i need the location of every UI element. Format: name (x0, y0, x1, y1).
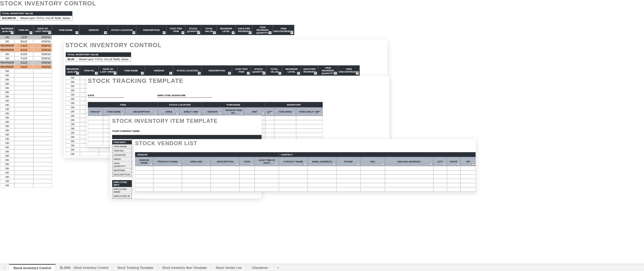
filter-dropdown-icon[interactable] (275, 162, 278, 165)
column-header[interactable]: REORDER (auto-fill) (0, 25, 15, 35)
column-header[interactable]: DATE OF LAST ORDER (99, 65, 117, 76)
column-header[interactable]: COST PER ITEM (232, 65, 251, 76)
filter-dropdown-icon[interactable] (292, 112, 295, 115)
sheet-tab[interactable]: Stock Inventory Control (9, 264, 56, 271)
column-header[interactable]: ITEM DISCONTINUED? (272, 25, 294, 35)
column-header[interactable]: ITEM NAME (52, 25, 79, 35)
column-subheader[interactable]: VENDOR (202, 107, 223, 116)
column-subheader[interactable]: STATE (447, 157, 461, 166)
filter-dropdown-icon[interactable] (263, 72, 266, 75)
column-header[interactable]: STOCK LOCATION (173, 65, 202, 76)
date-input-line[interactable] (88, 97, 124, 98)
column-subheader[interactable]: PHONE (336, 157, 361, 166)
filter-dropdown-icon[interactable] (429, 162, 432, 165)
filter-dropdown-icon[interactable] (219, 112, 222, 115)
column-subheader[interactable]: ITEM AREA (274, 107, 296, 116)
filter-dropdown-icon[interactable] (29, 31, 32, 34)
column-subheader[interactable]: ITEM SHELF / BIN (296, 107, 323, 116)
column-header[interactable]: ITEM REORDER QUANTITY (253, 25, 272, 35)
column-subheader[interactable]: CONTACT NAME (279, 157, 308, 166)
filter-dropdown-icon[interactable] (314, 72, 317, 75)
filter-dropdown-icon[interactable] (247, 72, 250, 75)
column-header[interactable]: ITEM DISCONTINUED? (338, 65, 360, 76)
column-header[interactable]: STOCK QUANTITY (251, 65, 266, 76)
sheet-tab[interactable]: BLANK - Stock Inventory Control (56, 264, 113, 271)
column-header[interactable]: TOTAL VALUE (266, 65, 282, 76)
column-subheader[interactable]: WEB LINK (182, 157, 211, 166)
column-subheader[interactable]: FAX (361, 157, 385, 166)
filter-dropdown-icon[interactable] (270, 112, 273, 115)
filter-dropdown-icon[interactable] (319, 112, 322, 115)
column-header[interactable]: REORDER LEVEL (217, 25, 236, 35)
column-subheader[interactable]: VENDOR ITEM NO. (223, 107, 244, 116)
column-header[interactable]: DESCRIPTION (136, 25, 167, 35)
column-subheader[interactable]: AREA (158, 107, 180, 116)
column-subheader[interactable]: MAILING ADDRESS (385, 157, 433, 166)
filter-dropdown-icon[interactable] (457, 162, 460, 165)
column-header[interactable]: DAYS PER REORDER (301, 65, 318, 76)
filter-dropdown-icon[interactable] (163, 31, 166, 34)
column-subheader[interactable]: DESCRIPTION (125, 107, 158, 116)
filter-dropdown-icon[interactable] (278, 72, 281, 75)
filter-dropdown-icon[interactable] (141, 72, 144, 75)
filter-dropdown-icon[interactable] (297, 72, 300, 75)
column-header[interactable]: REORDER (auto-fill) (65, 65, 80, 76)
column-subheader[interactable]: CITY (433, 157, 447, 166)
filter-dropdown-icon[interactable] (228, 72, 231, 75)
column-header[interactable]: ITEM NAME (117, 65, 145, 76)
filter-dropdown-icon[interactable] (197, 31, 200, 34)
column-subheader[interactable]: DESCRIPTION (211, 157, 239, 166)
filter-dropdown-icon[interactable] (176, 112, 179, 115)
filter-dropdown-icon[interactable] (178, 162, 181, 165)
filter-dropdown-icon[interactable] (198, 72, 201, 75)
filter-dropdown-icon[interactable] (114, 72, 117, 75)
filter-dropdown-icon[interactable] (11, 31, 14, 34)
filter-dropdown-icon[interactable] (290, 31, 293, 34)
filter-dropdown-icon[interactable] (76, 72, 79, 75)
filter-dropdown-icon[interactable] (213, 31, 216, 34)
filter-dropdown-icon[interactable] (381, 162, 384, 165)
column-subheader[interactable]: PRODUCT NAME (153, 157, 182, 166)
filter-dropdown-icon[interactable] (95, 72, 98, 75)
filter-dropdown-icon[interactable] (75, 31, 78, 34)
filter-dropdown-icon[interactable] (251, 162, 254, 165)
column-subheader[interactable]: ZIP (461, 157, 476, 166)
filter-dropdown-icon[interactable] (357, 162, 360, 165)
column-subheader[interactable]: UNIT (244, 107, 265, 116)
filter-dropdown-icon[interactable] (232, 31, 235, 34)
filter-dropdown-icon[interactable] (48, 31, 51, 34)
column-header[interactable]: STOCK LOCATION (108, 25, 136, 35)
column-subheader[interactable]: SHELF / BIN (180, 107, 202, 116)
filter-dropdown-icon[interactable] (154, 112, 157, 115)
column-header[interactable]: TOTAL VALUE (201, 25, 217, 35)
filter-dropdown-icon[interactable] (181, 31, 184, 34)
column-subheader[interactable]: ITEM NO. (88, 107, 103, 116)
filter-dropdown-icon[interactable] (121, 112, 124, 115)
filter-dropdown-icon[interactable] (249, 31, 252, 34)
filter-dropdown-icon[interactable] (236, 162, 239, 165)
filter-dropdown-icon[interactable] (334, 72, 337, 75)
filter-dropdown-icon[interactable] (304, 162, 307, 165)
filter-dropdown-icon[interactable] (149, 162, 152, 165)
tab-add-button[interactable]: + (275, 264, 282, 271)
filter-dropdown-icon[interactable] (269, 31, 272, 34)
column-header[interactable]: VENDOR (79, 25, 108, 35)
column-subheader[interactable]: ITEM NAME (103, 107, 125, 116)
column-subheader[interactable]: LEAD TIME IN DAYS (255, 157, 279, 166)
column-header[interactable]: DAYS PER REORDER (236, 25, 253, 35)
column-header[interactable]: ITEM REORDER QUANTITY (318, 65, 338, 76)
filter-dropdown-icon[interactable] (207, 162, 210, 165)
sheet-tab[interactable]: - Disclaimer - (246, 264, 275, 271)
column-subheader[interactable]: QTY (265, 107, 274, 116)
column-header[interactable]: VENDOR (145, 65, 173, 76)
column-header[interactable]: REORDER LEVEL (282, 65, 301, 76)
sheet-tab[interactable]: Stock Tracking Template (113, 264, 158, 271)
column-subheader[interactable]: EMAIL ADDRESS (308, 157, 336, 166)
filter-dropdown-icon[interactable] (132, 31, 135, 34)
filter-dropdown-icon[interactable] (261, 112, 264, 115)
column-subheader[interactable]: VENDOR NAME (135, 157, 153, 166)
filter-dropdown-icon[interactable] (356, 72, 359, 75)
signature-input-line[interactable] (157, 97, 212, 98)
column-header[interactable]: STOCK QUANTITY (185, 25, 201, 35)
filter-dropdown-icon[interactable] (443, 162, 446, 165)
